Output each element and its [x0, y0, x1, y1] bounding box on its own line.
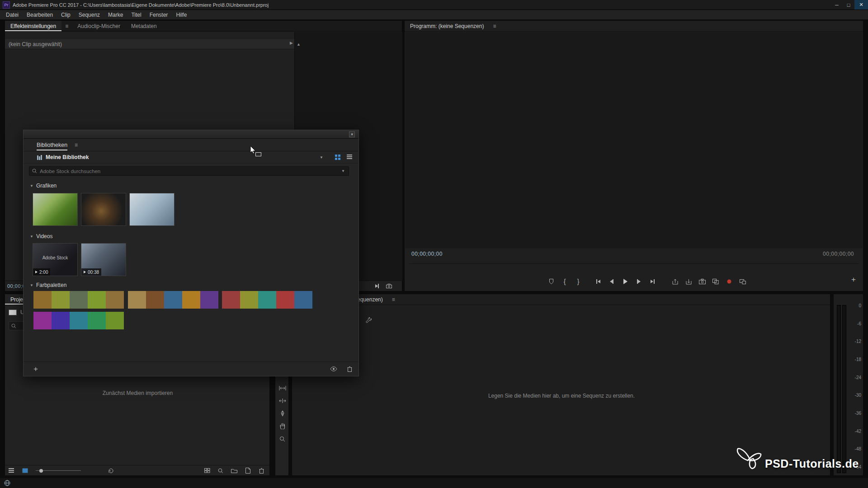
add-marker-icon[interactable] — [547, 277, 555, 286]
timeline-settings-wrench-icon[interactable] — [365, 317, 372, 324]
color-palette[interactable] — [33, 291, 124, 309]
extract-icon[interactable] — [685, 277, 692, 286]
proxy-toggle-icon[interactable] — [739, 277, 746, 286]
maximize-button[interactable]: □ — [843, 2, 854, 8]
color-swatch[interactable] — [52, 291, 70, 309]
list-view-icon[interactable] — [347, 155, 352, 160]
panel-menu-icon[interactable]: ≡ — [61, 23, 72, 29]
search-dropdown-icon[interactable]: ▼ — [341, 169, 345, 173]
menu-titel[interactable]: Titel — [127, 10, 145, 19]
step-forward-icon[interactable] — [635, 277, 642, 286]
section-grafiken-header[interactable]: ▼ Grafiken — [30, 183, 57, 189]
collapse-timeline-icon[interactable]: ▶ — [290, 41, 293, 45]
program-scrubber[interactable] — [409, 260, 859, 264]
close-window-icon[interactable]: ✕ — [349, 131, 355, 137]
tab-audioclip-mischer[interactable]: Audioclip-Mischer — [72, 21, 126, 31]
color-swatch[interactable] — [52, 312, 70, 329]
track-select-tool-icon[interactable] — [275, 383, 289, 394]
menu-bearbeiten[interactable]: Bearbeiten — [23, 10, 57, 19]
library-name[interactable]: Meine Bibliothek — [46, 154, 89, 160]
globe-status-icon[interactable] — [4, 480, 10, 486]
libraries-title[interactable]: Bibliotheken — [37, 140, 67, 150]
video-thumbnail-2[interactable]: 00:38 — [81, 243, 126, 276]
icon-view-icon[interactable] — [21, 467, 28, 475]
list-view-icon[interactable] — [8, 467, 15, 475]
menu-hilfe[interactable]: Hilfe — [172, 10, 191, 19]
thumbnail-chameleon[interactable] — [33, 193, 78, 226]
grid-view-icon[interactable] — [335, 155, 340, 160]
menu-fenster[interactable]: Fenster — [146, 10, 172, 19]
color-swatch[interactable] — [182, 291, 200, 309]
panel-menu-icon[interactable]: ≡ — [489, 23, 500, 29]
eye-icon[interactable] — [330, 366, 337, 371]
zoom-slider-handle[interactable] — [39, 469, 43, 473]
trash-icon[interactable] — [347, 366, 352, 372]
libraries-drag-bar[interactable]: ✕ — [24, 130, 359, 139]
find-icon[interactable] — [217, 467, 224, 475]
color-swatch[interactable] — [222, 291, 240, 309]
hand-tool-icon[interactable] — [275, 421, 289, 432]
color-swatch[interactable] — [70, 291, 88, 309]
export-frame-icon[interactable] — [386, 284, 392, 288]
goto-out-icon[interactable] — [649, 277, 656, 286]
play-icon[interactable] — [35, 271, 38, 273]
color-swatch[interactable] — [88, 312, 106, 329]
record-icon[interactable] — [726, 277, 733, 286]
color-swatch[interactable] — [276, 291, 294, 309]
minimize-button[interactable]: ─ — [831, 2, 843, 8]
export-frame-icon[interactable] — [698, 277, 706, 286]
ripple-edit-tool-icon[interactable] — [275, 395, 289, 406]
library-dropdown-icon[interactable]: ▼ — [320, 155, 323, 160]
scroll-up-icon[interactable]: ▲ — [297, 42, 301, 47]
close-button[interactable]: ✕ — [854, 0, 868, 9]
menu-clip[interactable]: Clip — [57, 10, 75, 19]
color-swatch[interactable] — [33, 291, 52, 309]
tab-metadaten[interactable]: Metadaten — [126, 21, 162, 31]
color-swatch[interactable] — [294, 291, 312, 309]
color-swatch[interactable] — [106, 312, 124, 329]
tab-programm[interactable]: Programm: (keine Sequenzen) — [405, 21, 489, 31]
video-thumbnail-1[interactable]: Adobe Stock 2:00 — [33, 243, 78, 276]
goto-in-icon[interactable] — [594, 277, 602, 286]
play-icon[interactable] — [84, 271, 86, 273]
new-bin-icon[interactable] — [231, 467, 238, 475]
menu-marke[interactable]: Marke — [104, 10, 127, 19]
color-palette[interactable] — [222, 291, 312, 309]
add-library-item-icon[interactable]: + — [33, 365, 38, 374]
mark-in-icon[interactable]: { — [561, 277, 568, 286]
section-videos-header[interactable]: ▼ Videos — [30, 233, 52, 239]
play-edit-icon[interactable] — [373, 282, 381, 290]
panel-menu-icon[interactable]: ≡ — [71, 142, 81, 148]
thumbnail-food[interactable] — [81, 193, 126, 226]
program-current-timecode[interactable]: 00;00;00;00 — [405, 251, 443, 257]
shuffle-icon[interactable] — [107, 467, 114, 475]
delete-icon[interactable] — [258, 467, 265, 475]
comparison-view-icon[interactable] — [712, 277, 719, 286]
color-swatch[interactable] — [146, 291, 164, 309]
adobe-stock-search-box[interactable]: ▼ — [29, 166, 349, 176]
lift-icon[interactable] — [671, 277, 679, 286]
menu-sequenz[interactable]: Sequenz — [75, 10, 104, 19]
panel-menu-icon[interactable]: ≡ — [388, 296, 399, 303]
menu-datei[interactable]: Datei — [2, 10, 23, 19]
play-icon[interactable] — [622, 277, 629, 286]
automate-to-sequence-icon[interactable] — [203, 467, 211, 475]
color-swatch[interactable] — [106, 291, 124, 309]
color-palette[interactable] — [128, 291, 218, 309]
color-swatch[interactable] — [240, 291, 258, 309]
section-farbpaletten-header[interactable]: ▼ Farbpaletten — [30, 282, 66, 288]
color-swatch[interactable] — [164, 291, 182, 309]
color-palette[interactable] — [33, 312, 124, 329]
step-back-icon[interactable] — [608, 277, 615, 286]
adobe-stock-search-input[interactable] — [40, 169, 341, 174]
zoom-tool-icon[interactable] — [275, 433, 289, 444]
color-swatch[interactable] — [128, 291, 146, 309]
button-editor-icon[interactable]: + — [851, 275, 856, 284]
tab-effekteinstellungen[interactable]: Effekteinstellungen — [5, 21, 61, 31]
color-swatch[interactable] — [88, 291, 106, 309]
new-item-icon[interactable] — [244, 467, 251, 475]
zoom-slider[interactable] — [36, 469, 81, 473]
mark-out-icon[interactable]: } — [575, 277, 582, 286]
color-swatch[interactable] — [70, 312, 88, 329]
pen-tool-icon[interactable] — [275, 408, 289, 419]
